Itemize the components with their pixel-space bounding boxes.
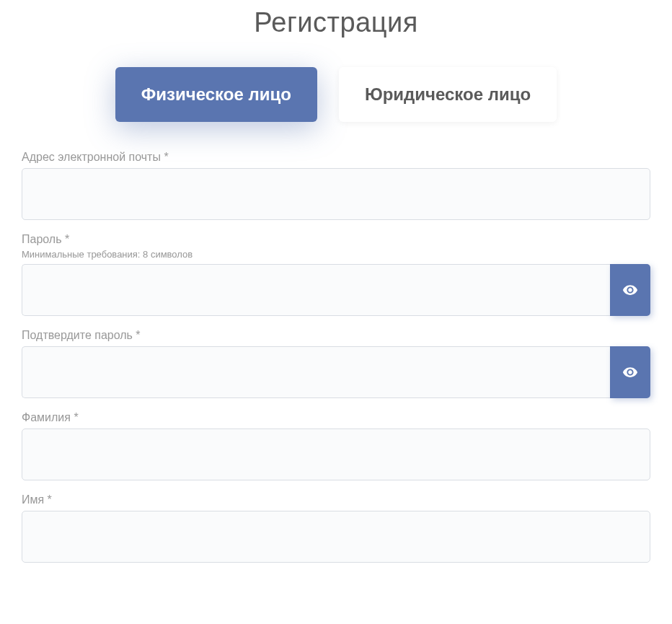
confirm-password-label: Подтвердите пароль *	[22, 329, 650, 342]
confirm-password-field[interactable]	[22, 346, 610, 398]
last-name-group: Фамилия *	[22, 411, 650, 480]
email-field[interactable]	[22, 168, 650, 220]
email-group: Адрес электронной почты *	[22, 151, 650, 220]
email-label: Адрес электронной почты *	[22, 151, 650, 164]
last-name-field[interactable]	[22, 429, 650, 480]
password-label: Пароль *	[22, 233, 650, 246]
password-hint: Минимальные требования: 8 символов	[22, 249, 650, 260]
tab-legal-entity[interactable]: Юридическое лицо	[339, 67, 557, 122]
password-field[interactable]	[22, 264, 610, 316]
last-name-label: Фамилия *	[22, 411, 650, 424]
page-title: Регистрация	[22, 7, 650, 38]
toggle-confirm-password-visibility-button[interactable]	[610, 346, 650, 398]
password-group: Пароль * Минимальные требования: 8 симво…	[22, 233, 650, 316]
first-name-field[interactable]	[22, 511, 650, 563]
eye-icon	[622, 282, 638, 298]
eye-icon	[622, 364, 638, 380]
toggle-password-visibility-button[interactable]	[610, 264, 650, 316]
account-type-tabs: Физическое лицо Юридическое лицо	[22, 67, 650, 122]
confirm-password-group: Подтвердите пароль *	[22, 329, 650, 398]
first-name-group: Имя *	[22, 493, 650, 563]
tab-individual[interactable]: Физическое лицо	[115, 67, 317, 122]
first-name-label: Имя *	[22, 493, 650, 506]
